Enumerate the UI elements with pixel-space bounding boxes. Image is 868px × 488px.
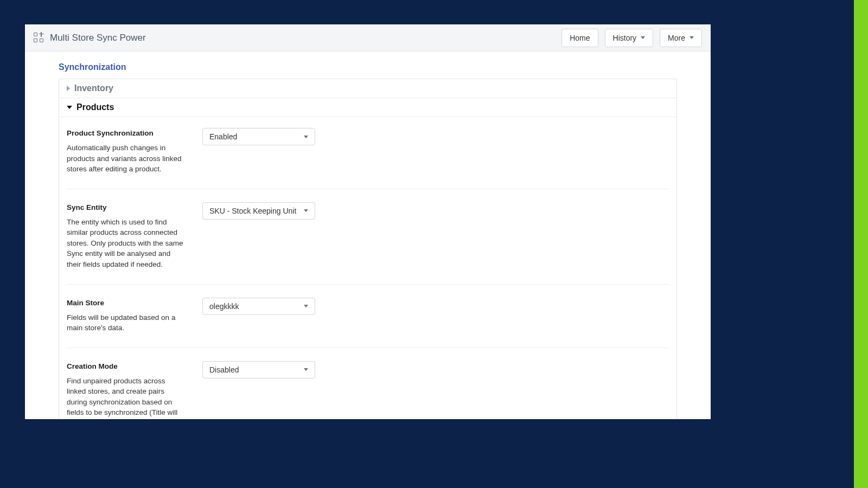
topbar: Multi Store Sync Power Home History More: [25, 24, 711, 52]
section-products-header[interactable]: Products: [59, 98, 676, 117]
section-products-body: Product Synchronization Automatically pu…: [59, 117, 676, 419]
app-title: Multi Store Sync Power: [50, 33, 146, 43]
chevron-down-icon: [641, 36, 645, 39]
product-sync-select-value: Enabled: [209, 132, 237, 141]
section-inventory-label: Inventory: [74, 84, 113, 93]
apps-grid-icon: [34, 33, 44, 43]
history-button[interactable]: History: [605, 29, 654, 47]
more-button[interactable]: More: [660, 29, 702, 47]
section-inventory-header[interactable]: Inventory: [59, 79, 676, 98]
setting-creation-mode-title: Creation Mode: [67, 362, 186, 370]
setting-product-sync-title: Product Synchronization: [67, 129, 186, 137]
page-title: Synchronization: [59, 62, 677, 72]
content-area: Synchronization Inventory Products Produ…: [25, 52, 711, 419]
setting-main-store: Main Store Fields will be updated based …: [67, 285, 669, 348]
setting-product-sync: Product Synchronization Automatically pu…: [67, 119, 669, 189]
setting-main-store-desc: Fields will be updated based on a main s…: [67, 312, 186, 333]
app-window: Multi Store Sync Power Home History More…: [25, 24, 711, 419]
section-products-label: Products: [76, 102, 114, 112]
more-button-label: More: [668, 34, 685, 42]
main-store-select[interactable]: olegkkkk: [202, 298, 315, 315]
setting-creation-mode-desc: Find unpaired products across linked sto…: [67, 376, 186, 419]
topbar-brand: Multi Store Sync Power: [34, 33, 146, 43]
setting-sync-entity-desc: The entity which is used to find similar…: [67, 217, 186, 270]
page-accent-stripe: [854, 0, 868, 488]
setting-creation-mode: Creation Mode Find unpaired products acr…: [67, 348, 669, 419]
chevron-down-icon: [304, 305, 308, 307]
chevron-down-icon: [690, 36, 694, 39]
chevron-down-icon: [304, 368, 308, 371]
sync-entity-select[interactable]: SKU - Stock Keeping Unit: [202, 202, 315, 220]
home-button-label: Home: [570, 34, 590, 42]
product-sync-select[interactable]: Enabled: [202, 128, 315, 145]
history-button-label: History: [613, 34, 637, 42]
setting-sync-entity: Sync Entity The entity which is used to …: [67, 189, 669, 285]
setting-main-store-title: Main Store: [67, 299, 186, 307]
setting-sync-entity-title: Sync Entity: [67, 203, 186, 211]
chevron-right-icon: [67, 86, 70, 91]
main-store-select-value: olegkkkk: [209, 302, 239, 311]
setting-product-sync-desc: Automatically push changes in products a…: [67, 143, 186, 175]
home-button[interactable]: Home: [561, 29, 598, 47]
chevron-down-icon: [67, 106, 72, 109]
topbar-actions: Home History More: [561, 29, 702, 47]
creation-mode-select-value: Disabled: [209, 365, 239, 374]
settings-panel: Inventory Products Product Synchronizati…: [59, 79, 677, 419]
sync-entity-select-value: SKU - Stock Keeping Unit: [209, 207, 296, 215]
creation-mode-select[interactable]: Disabled: [202, 361, 315, 378]
chevron-down-icon: [304, 209, 308, 212]
chevron-down-icon: [304, 136, 308, 138]
